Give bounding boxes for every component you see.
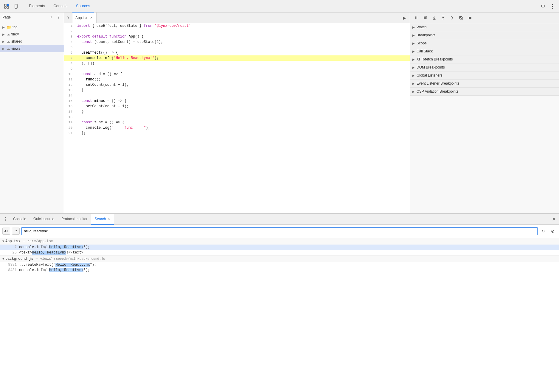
case-sensitive-toggle[interactable]: Aa xyxy=(2,228,10,235)
code-line-4: 4 const [count, setCount] = useState(1); xyxy=(64,39,410,45)
tab-console[interactable]: Console xyxy=(50,0,71,13)
debug-section-breakpoints-header[interactable]: ▶ Breakpoints xyxy=(410,31,559,39)
debug-section-global: ▶ Global Listeners xyxy=(410,71,559,80)
deactivate-btn[interactable] xyxy=(457,14,465,22)
tree-item-view2[interactable]: ▶ ☁ view2 xyxy=(0,45,64,52)
editor-tabs: App.tsx ✕ ▶ xyxy=(64,13,410,23)
code-line-19: 19 const func = () => { xyxy=(64,120,410,125)
debug-section-dom-header[interactable]: ▶ DOM Breakpoints xyxy=(410,63,559,71)
step-out-btn[interactable] xyxy=(439,14,447,22)
chevron-icon: ▶ xyxy=(2,47,5,50)
chevron-icon: ▶ xyxy=(2,40,5,43)
settings-btn[interactable]: ⚙ xyxy=(539,2,547,10)
pause-btn[interactable]: ⏸ xyxy=(412,14,420,22)
debug-section-watch: ▶ Watch xyxy=(410,23,559,31)
code-line-20: 20 console.log("=====func====="); xyxy=(64,125,410,130)
debug-section-event-header[interactable]: ▶ Event Listener Breakpoints xyxy=(410,80,559,87)
debug-section-global-header[interactable]: ▶ Global Listeners xyxy=(410,71,559,79)
search-input[interactable] xyxy=(22,229,537,233)
breakpoints-label: Breakpoints xyxy=(417,33,435,37)
cloud-icon: ☁ xyxy=(7,46,10,51)
code-line-5: 5 xyxy=(64,45,410,50)
event-label: Event Listener Breakpoints xyxy=(417,81,459,85)
search-result-bg-8391[interactable]: 8391 ...reateRawText("Hello, ReactLynx")… xyxy=(0,262,559,267)
debug-section-callstack: ▶ Call Stack xyxy=(410,47,559,55)
chevron-right-icon: ▶ xyxy=(412,66,415,69)
code-line-10: 10 const add = () => { xyxy=(64,71,410,77)
debug-section-csp: ▶ CSP Violation Breakpoints xyxy=(410,88,559,96)
tree-label-shared: shared xyxy=(11,39,22,43)
search-file-header-bg[interactable]: ▼ background.js — view2/.rspeedy/main/ba… xyxy=(0,256,559,262)
debug-section-breakpoints: ▶ Breakpoints xyxy=(410,31,559,39)
search-result-bg-8431[interactable]: 8431 console.info('Hello, ReactLynx'); xyxy=(0,267,559,273)
search-tab-close-btn[interactable]: ✕ xyxy=(108,217,110,221)
step-btn[interactable] xyxy=(448,14,456,22)
tree-label-top: top xyxy=(13,25,18,29)
step-into-btn[interactable] xyxy=(430,14,438,22)
search-filepath-app: /src/App.tsx xyxy=(27,239,53,243)
mobile-icon-btn[interactable] xyxy=(12,2,20,10)
search-file-header-app[interactable]: ▼ App.tsx — /src/App.tsx xyxy=(0,238,559,245)
chevron-right-icon: ▶ xyxy=(412,50,415,53)
code-line-14: 14 xyxy=(64,93,410,98)
bottom-tab-dots-btn[interactable]: ⋮ xyxy=(1,215,10,223)
search-results: ▼ App.tsx — /src/App.tsx 7 console.info(… xyxy=(0,238,559,392)
tree-item-file[interactable]: ▶ ☁ file:// xyxy=(0,31,64,38)
tab-close-btn[interactable]: ✕ xyxy=(89,16,93,20)
bottom-panel-close-btn[interactable]: ✕ xyxy=(549,215,558,223)
watch-label: Watch xyxy=(417,25,427,29)
quicksource-tab-label: Quick source xyxy=(33,217,54,221)
bottom-tab-search[interactable]: Search ✕ xyxy=(91,214,114,225)
inspect-icon-btn[interactable] xyxy=(2,2,11,10)
search-filename-app: App.tsx xyxy=(5,239,20,243)
callstack-label: Call Stack xyxy=(417,49,433,53)
tab-sources[interactable]: Sources xyxy=(72,0,94,13)
bottom-tabs-bar: ⋮ Console Quick source Protocol monitor … xyxy=(0,214,559,225)
editor-tab-app[interactable]: App.tsx ✕ xyxy=(72,13,97,23)
left-panel-header: Page + ⋮ xyxy=(0,13,64,22)
chevron-icon: ▶ xyxy=(2,33,5,36)
editor-nav-back-btn[interactable] xyxy=(64,13,72,23)
pause-exceptions-btn[interactable]: ⏺ xyxy=(466,14,474,22)
tree-item-shared[interactable]: ▶ ☁ shared xyxy=(0,38,64,45)
editor-run-btn[interactable]: ▶ xyxy=(400,14,409,22)
search-filename-bg: background.js xyxy=(5,257,33,261)
step-over-btn[interactable] xyxy=(421,14,429,22)
panel-more-btn[interactable]: ⋮ xyxy=(55,14,61,20)
code-line-6: 6 useEffect(() => { xyxy=(64,50,410,55)
scope-label: Scope xyxy=(417,41,427,45)
chevron-right-icon: ▶ xyxy=(412,82,415,85)
tab-elements[interactable]: Elements xyxy=(25,0,49,13)
search-result-app-7[interactable]: 7 console.info('Hello, ReactLynx'); xyxy=(0,245,559,250)
xhr-label: XHR/fetch Breakpoints xyxy=(417,57,453,61)
debug-section-csp-header[interactable]: ▶ CSP Violation Breakpoints xyxy=(410,88,559,95)
debug-section-xhr: ▶ XHR/fetch Breakpoints xyxy=(410,55,559,63)
bottom-tab-protocol[interactable]: Protocol monitor xyxy=(58,214,91,225)
search-line-code-8431: console.info('Hello, ReactLynx'); xyxy=(19,268,90,272)
tree-label-file: file:// xyxy=(11,32,19,36)
debug-section-scope-header[interactable]: ▶ Scope xyxy=(410,39,559,47)
debug-section-callstack-header[interactable]: ▶ Call Stack xyxy=(410,47,559,55)
svg-rect-3 xyxy=(7,7,9,8)
chevron-icon: ▶ xyxy=(2,26,5,29)
regex-toggle[interactable]: .* xyxy=(12,228,20,235)
search-file-group-app: ▼ App.tsx — /src/App.tsx 7 console.info(… xyxy=(0,238,559,256)
bottom-tab-quicksource[interactable]: Quick source xyxy=(30,214,58,225)
debug-section-watch-header[interactable]: ▶ Watch xyxy=(410,23,559,31)
search-refresh-btn[interactable]: ↻ xyxy=(539,227,547,235)
search-result-app-25[interactable]: 25 <text>Hello, ReactLynx!</text> xyxy=(0,250,559,255)
debug-section-xhr-header[interactable]: ▶ XHR/fetch Breakpoints xyxy=(410,55,559,63)
code-line-21: 21 }; xyxy=(64,130,410,136)
search-panel: Aa .* ↻ ⊘ ▼ App.tsx — /src/App.tsx 7 xyxy=(0,225,559,392)
panel-new-tab-btn[interactable]: + xyxy=(48,14,54,20)
search-clear-btn[interactable]: ⊘ xyxy=(549,227,557,235)
code-line-11: 11 func(); xyxy=(64,77,410,82)
bottom-tab-console[interactable]: Console xyxy=(10,214,30,225)
protocol-tab-label: Protocol monitor xyxy=(61,217,87,221)
code-line-17: 17 } xyxy=(64,109,410,114)
tree-item-top[interactable]: ▶ 📁 top xyxy=(0,24,64,31)
chevron-down-icon: ▼ xyxy=(2,240,4,243)
search-input-wrapper xyxy=(21,227,538,235)
code-line-2: 2 xyxy=(64,29,410,34)
more-options-btn[interactable]: ⋮ xyxy=(548,2,557,10)
